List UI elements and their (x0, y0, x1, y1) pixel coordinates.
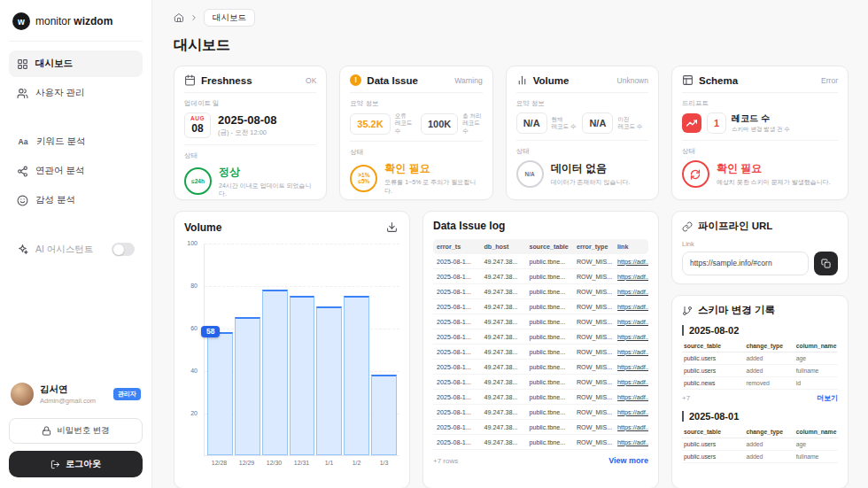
table-row: public.users added age (682, 352, 838, 365)
chart-bar (235, 317, 260, 455)
sentiment-analysis-icon (17, 195, 28, 206)
ai-assistant-toggle[interactable] (112, 243, 135, 256)
date-sub: (금) - 오전 12:00 (218, 128, 277, 137)
volume-card: Volume Unknown 요약 정보 N/A 현재레코드 수 N/A 이전레… (506, 66, 659, 200)
status-badge: OK (306, 76, 316, 85)
table-header-row: source_table change_type column_name (682, 340, 838, 352)
logo-icon: w (12, 12, 30, 30)
state-desc: 오류율 1~5% 로 주의가 필요합니다. (384, 178, 482, 195)
issue-status: >1%≤5% 확인 필요 오류율 1~5% 로 주의가 필요합니다. (350, 161, 482, 195)
error-link[interactable]: https://adf... (614, 314, 648, 329)
keyword-analysis-icon: Aa (17, 137, 29, 146)
table-row: 2025-08-1... 49.247.38... public.tbne...… (433, 269, 648, 284)
section-label: 요약 정보 (350, 99, 482, 108)
x-tick-label: 12/30 (261, 460, 287, 466)
error-link[interactable]: https://adf... (614, 375, 648, 390)
ai-assistant-icon (17, 244, 28, 255)
table-row: public.users added fullname (682, 365, 838, 377)
role-badge: 관리자 (113, 388, 141, 400)
x-tick-label: 12/28 (206, 460, 232, 466)
sidebar-item-dashboard[interactable]: 대시보드 (9, 50, 143, 77)
history-date: 2025-08-02 (682, 325, 838, 336)
home-icon[interactable] (174, 12, 184, 23)
table-row: 2025-08-1... 49.247.38... public.tbne...… (433, 284, 648, 299)
update-date: AUG 08 2025-08-08 (금) - 오전 12:00 (184, 112, 316, 138)
toggle-knob (113, 244, 124, 255)
error-link[interactable]: https://adf... (614, 345, 648, 360)
sidebar-item-keyword[interactable]: Aa 키워드 분석 (9, 128, 143, 155)
error-count: 35.2K (350, 113, 390, 135)
change-password-button[interactable]: 비밀번호 변경 (9, 418, 143, 444)
x-tick-label: 1/2 (344, 460, 369, 466)
sidebar-item-related[interactable]: 연관어 분석 (9, 158, 143, 184)
card-title: Volume (533, 75, 570, 86)
y-tick-label: 40 (190, 368, 198, 374)
chart-x-axis: 12/2812/2912/3012/311/11/21/3 (204, 460, 399, 466)
issue-log-table: error_ts db_host source_table error_type… (433, 239, 648, 450)
logout-button[interactable]: 로그아웃 (9, 451, 143, 477)
chart-bar (371, 375, 397, 455)
schema-history-title: 스키마 변경 기록 (698, 304, 775, 317)
download-button[interactable] (384, 220, 399, 235)
error-link[interactable]: https://adf... (614, 405, 648, 420)
previous-count: N/A (582, 112, 613, 134)
breadcrumb-current[interactable]: 대시보드 (204, 9, 255, 27)
state-text: 확인 필요 (717, 161, 831, 176)
section-label: 업데이트 일 (184, 99, 316, 108)
state-desc: 24시간 이내로 업데이트 되었습니다. (219, 182, 316, 198)
error-link[interactable]: https://adf... (614, 269, 648, 284)
history-table: source_table change_type column_name pub… (682, 426, 838, 463)
error-link[interactable]: https://adf... (614, 329, 648, 345)
sidebar: w monitor wizdom 대시보드 사용자 관리 Aa 키워드 분석 연… (0, 0, 152, 488)
freshness-status: ≤24h 정상 24시간 이내로 업데이트 되었습니다. (184, 165, 316, 198)
state-text: 데이터 없음 (551, 161, 631, 176)
section-label: 상태 (682, 147, 838, 156)
section-label: 상태 (184, 151, 316, 160)
log-title: Data Issue log (433, 220, 648, 232)
sidebar-item-label: 대시보드 (35, 58, 73, 70)
table-row: 2025-08-1... 49.247.38... public.tbne...… (433, 360, 648, 375)
warning-icon: ! (350, 74, 361, 86)
y-tick-label: 80 (190, 283, 198, 289)
more-link[interactable]: 더보기 (817, 393, 838, 403)
breadcrumb: 대시보드 (174, 9, 849, 27)
right-column: 파이프라인 URL Link https://sample.info/#corn (671, 211, 849, 488)
x-tick-label: 1/1 (316, 460, 342, 466)
pipeline-url-input[interactable]: https://sample.info/#corn (682, 252, 809, 275)
sidebar-item-ai-assistant[interactable]: AI 어시스턴트 (9, 236, 143, 263)
volume-bar-chart: 20406080100 58 (184, 244, 399, 456)
sidebar-item-label: 사용자 관리 (35, 87, 84, 99)
error-link[interactable]: https://adf... (614, 254, 648, 269)
table-row: 2025-08-1... 49.247.38... public.tbne...… (433, 390, 648, 405)
error-link[interactable]: https://adf... (614, 390, 648, 405)
pipeline-url-card: 파이프라인 URL Link https://sample.info/#corn (671, 211, 849, 284)
app-logo: w monitor wizdom (9, 11, 143, 42)
total-count: 100K (421, 113, 458, 135)
x-tick-label: 12/29 (234, 460, 260, 466)
copy-url-button[interactable] (814, 252, 838, 275)
table-row: 2025-08-1... 49.247.38... public.tbne...… (433, 375, 648, 390)
error-link[interactable]: https://adf... (614, 435, 648, 450)
sidebar-item-users[interactable]: 사용자 관리 (9, 80, 143, 106)
lock-icon (42, 426, 51, 436)
data-issue-card: ! Data Issue Warning 요약 정보 35.2K 오류레코드 수… (339, 66, 492, 200)
refresh-icon (690, 169, 701, 180)
table-row: 2025-08-1... 49.247.38... public.tbne...… (433, 435, 648, 450)
volume-status: N/A 데이터 없음 데이터가 존재하지 않습니다. (516, 160, 648, 188)
data-issue-log-card: Data Issue log error_ts db_host source_t… (422, 211, 659, 488)
error-link[interactable]: https://adf... (614, 420, 648, 435)
card-title: Freshness (201, 75, 252, 86)
y-tick-label: 20 (190, 410, 198, 416)
section-label: 요약 정보 (516, 99, 648, 108)
logo-text: monitor wizdom (35, 15, 112, 27)
sidebar-item-sentiment[interactable]: 감성 분석 (9, 187, 143, 213)
error-link[interactable]: https://adf... (614, 284, 648, 299)
error-link[interactable]: https://adf... (614, 360, 648, 375)
view-more-link[interactable]: View more (608, 456, 648, 465)
table-row: 2025-08-1... 49.247.38... public.tbne...… (433, 254, 648, 269)
drift-count: 1 (707, 112, 726, 134)
volume-status-circle: N/A (516, 160, 544, 188)
card-title: Data Issue (367, 75, 418, 86)
user-name: 김서연 (40, 383, 96, 396)
error-link[interactable]: https://adf... (614, 299, 648, 314)
